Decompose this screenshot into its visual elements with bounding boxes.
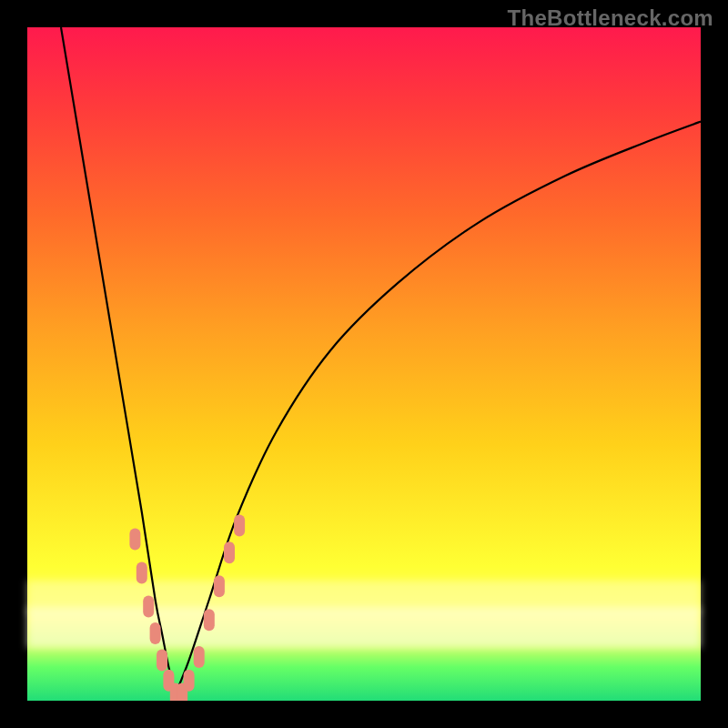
data-marker — [184, 670, 195, 692]
data-marker — [136, 561, 147, 583]
watermark-text: TheBottleneck.com — [508, 5, 713, 31]
data-marker — [234, 515, 245, 537]
data-marker — [129, 528, 140, 550]
data-marker — [194, 646, 205, 668]
plot-area — [27, 27, 701, 701]
data-marker — [224, 541, 235, 563]
curve-left-branch — [61, 27, 176, 694]
data-marker — [150, 622, 161, 644]
chart-frame: TheBottleneck.com — [0, 0, 728, 728]
data-marker — [214, 575, 225, 597]
data-marker — [204, 609, 215, 631]
curve-right-branch — [176, 122, 701, 694]
data-marker — [157, 650, 167, 672]
curve-layer — [27, 27, 701, 701]
data-marker — [143, 595, 154, 617]
